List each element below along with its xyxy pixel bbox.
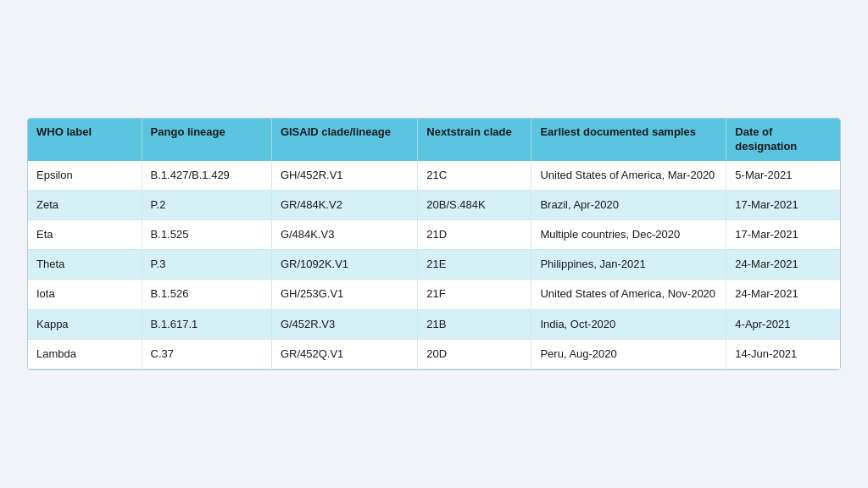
table-row: EtaB.1.525G/484K.V321DMultiple countries…	[28, 220, 840, 250]
earliest-cell: India, Oct-2020	[531, 309, 726, 339]
pango-cell: P.2	[142, 190, 271, 219]
earliest-cell: United States of America, Nov-2020	[531, 280, 726, 309]
header-date: Date of designation	[726, 119, 840, 161]
nextstrain-cell: 21D	[418, 220, 531, 250]
header-who-label: WHO label	[28, 119, 142, 161]
date-cell: 24-Mar-2021	[726, 250, 840, 280]
table-row: EpsilonB.1.427/B.1.429GH/452R.V121CUnite…	[28, 161, 840, 191]
earliest-cell: Peru, Aug-2020	[531, 339, 726, 369]
who-label-cell: Theta	[28, 250, 142, 280]
main-table-container: WHO labelPango lineageGISAID clade/linea…	[27, 118, 841, 370]
who-label-cell: Zeta	[28, 190, 142, 219]
variants-table: WHO labelPango lineageGISAID clade/linea…	[28, 119, 840, 369]
who-label-cell: Epsilon	[28, 161, 142, 191]
table-row: ZetaP.2GR/484K.V220B/S.484KBrazil, Apr-2…	[28, 190, 840, 219]
gisaid-cell: GH/452R.V1	[271, 161, 417, 191]
gisaid-cell: GR/1092K.V1	[271, 250, 417, 280]
nextstrain-cell: 20D	[418, 339, 531, 369]
earliest-cell: Multiple countries, Dec-2020	[531, 220, 726, 250]
date-cell: 14-Jun-2021	[726, 339, 840, 369]
who-label-cell: Kappa	[28, 309, 142, 339]
nextstrain-cell: 21E	[418, 250, 531, 280]
header-gisaid: GISAID clade/lineage	[271, 119, 417, 161]
nextstrain-cell: 20B/S.484K	[418, 190, 531, 219]
date-cell: 17-Mar-2021	[726, 190, 840, 219]
nextstrain-cell: 21B	[418, 309, 531, 339]
date-cell: 5-Mar-2021	[726, 161, 840, 191]
gisaid-cell: GR/484K.V2	[271, 190, 417, 219]
who-label-cell: Iota	[28, 280, 142, 309]
nextstrain-cell: 21C	[418, 161, 531, 191]
gisaid-cell: GH/253G.V1	[271, 280, 417, 309]
earliest-cell: Brazil, Apr-2020	[531, 190, 726, 219]
pango-cell: C.37	[142, 339, 271, 369]
pango-cell: B.1.526	[142, 280, 271, 309]
pango-cell: B.1.617.1	[142, 309, 271, 339]
table-row: KappaB.1.617.1G/452R.V321BIndia, Oct-202…	[28, 309, 840, 339]
gisaid-cell: G/452R.V3	[271, 309, 417, 339]
table-row: IotaB.1.526GH/253G.V121FUnited States of…	[28, 280, 840, 309]
earliest-cell: Philippines, Jan-2021	[531, 250, 726, 280]
header-earliest: Earliest documented samples	[531, 119, 726, 161]
date-cell: 24-Mar-2021	[726, 280, 840, 309]
table-header-row: WHO labelPango lineageGISAID clade/linea…	[28, 119, 840, 161]
pango-cell: P.3	[142, 250, 271, 280]
table-row: LambdaC.37GR/452Q.V120DPeru, Aug-202014-…	[28, 339, 840, 369]
date-cell: 17-Mar-2021	[726, 220, 840, 250]
pango-cell: B.1.427/B.1.429	[142, 161, 271, 191]
earliest-cell: United States of America, Mar-2020	[531, 161, 726, 191]
header-nextstrain: Nextstrain clade	[418, 119, 531, 161]
who-label-cell: Lambda	[28, 339, 142, 369]
table-row: ThetaP.3GR/1092K.V121EPhilippines, Jan-2…	[28, 250, 840, 280]
gisaid-cell: G/484K.V3	[271, 220, 417, 250]
nextstrain-cell: 21F	[418, 280, 531, 309]
date-cell: 4-Apr-2021	[726, 309, 840, 339]
who-label-cell: Eta	[28, 220, 142, 250]
header-pango-lineage: Pango lineage	[142, 119, 271, 161]
pango-cell: B.1.525	[142, 220, 271, 250]
gisaid-cell: GR/452Q.V1	[271, 339, 417, 369]
